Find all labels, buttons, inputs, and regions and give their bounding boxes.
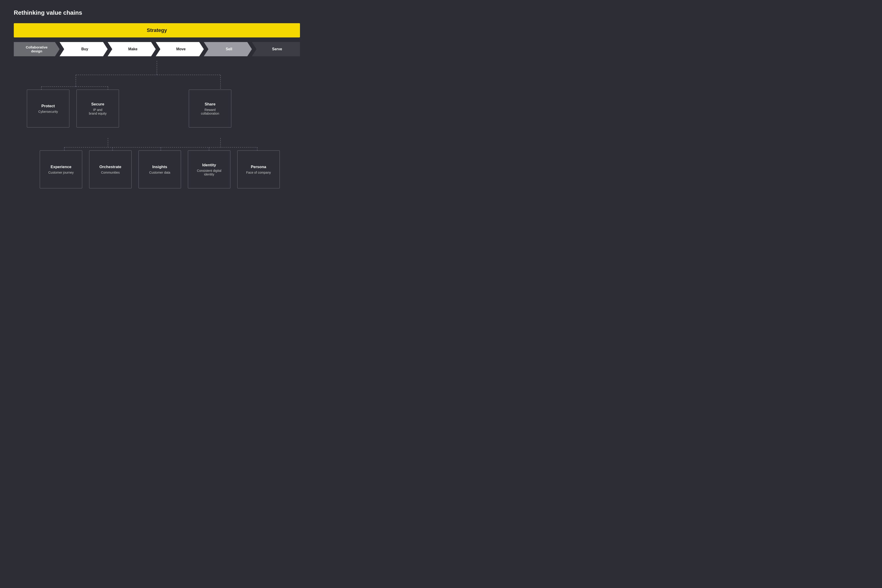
arrow-buy: Buy — [60, 42, 108, 56]
arrow-make: Make — [108, 42, 156, 56]
box-experience-title: Experience — [51, 165, 71, 169]
box-persona: Persona Face of company — [237, 150, 280, 188]
box-orchestrate-subtitle: Communities — [101, 171, 120, 174]
box-orchestrate-title: Orchestrate — [99, 165, 121, 169]
arrow-label-sell: Sell — [226, 47, 232, 51]
box-share: Share Rewardcollaboration — [189, 90, 231, 128]
strategy-bar: Strategy — [14, 23, 300, 38]
arrow-label-make: Make — [128, 47, 137, 51]
box-identity: Identity Consistent digitalidentity — [188, 150, 230, 188]
box-insights: Insights Customer data — [138, 150, 181, 188]
box-identity-subtitle: Consistent digitalidentity — [197, 169, 221, 176]
box-insights-title: Insights — [152, 165, 167, 169]
arrow-collaborative-design: Collaborativedesign — [14, 42, 60, 56]
box-protect-subtitle: Cybersecurity — [38, 110, 58, 114]
box-protect-title: Protect — [41, 104, 55, 108]
box-protect: Protect Cybersecurity — [27, 90, 69, 128]
box-share-title: Share — [205, 102, 216, 106]
diagram-area: Protect Cybersecurity Secure IP andbrand… — [14, 61, 300, 194]
arrow-label-move: Move — [176, 47, 186, 51]
box-orchestrate: Orchestrate Communities — [89, 150, 132, 188]
box-share-subtitle: Rewardcollaboration — [201, 108, 219, 115]
page-title: Rethinking value chains — [14, 9, 300, 16]
box-persona-title: Persona — [251, 165, 266, 169]
arrow-move: Move — [156, 42, 204, 56]
box-insights-subtitle: Customer data — [149, 171, 170, 174]
box-secure: Secure IP andbrand equity — [76, 90, 119, 128]
arrow-label-serve: Serve — [272, 47, 282, 51]
arrow-chain: Collaborativedesign Buy Make Move Sell S… — [14, 42, 300, 56]
box-persona-subtitle: Face of company — [246, 171, 271, 174]
arrow-serve: Serve — [252, 42, 300, 56]
box-secure-subtitle: IP andbrand equity — [89, 108, 106, 115]
arrow-label-buy: Buy — [81, 47, 88, 51]
box-experience-subtitle: Customer journey — [48, 171, 74, 174]
arrow-label-collaborative-design: Collaborativedesign — [26, 45, 48, 53]
box-secure-title: Secure — [91, 102, 104, 106]
box-identity-title: Identity — [202, 163, 216, 168]
arrow-sell: Sell — [204, 42, 252, 56]
box-experience: Experience Customer journey — [40, 150, 82, 188]
